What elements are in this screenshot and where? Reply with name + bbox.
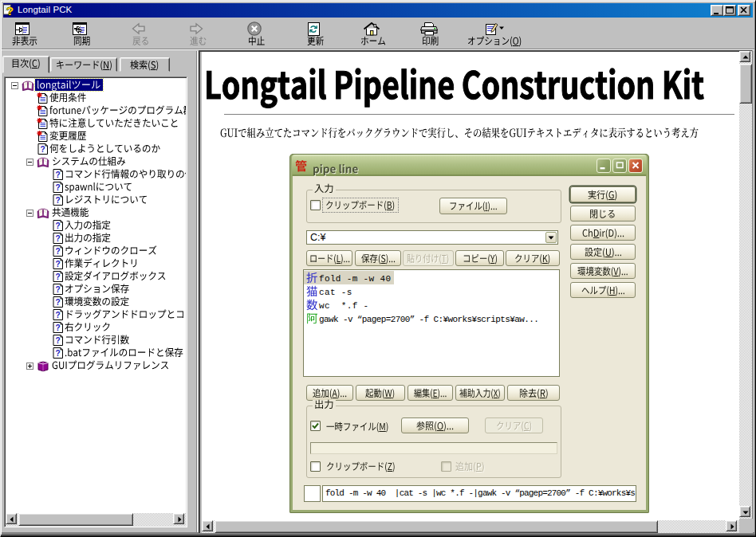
svg-text:?: ? (55, 336, 60, 345)
svg-text:?: ? (6, 4, 14, 18)
svg-text:?: ? (55, 272, 60, 281)
svg-text:?: ? (55, 349, 60, 358)
svg-text:?: ? (55, 298, 60, 307)
svg-text:?: ? (55, 234, 60, 243)
svg-text:?: ? (55, 323, 60, 332)
svg-text:?: ? (55, 311, 60, 319)
svg-text:?: ? (55, 285, 60, 294)
svg-text:?: ? (55, 260, 60, 268)
svg-text:?: ? (55, 196, 60, 205)
svg-text:?: ? (55, 247, 60, 256)
svg-text:?: ? (40, 145, 45, 154)
svg-text:?: ? (55, 183, 60, 192)
svg-text:?: ? (55, 221, 60, 230)
svg-text:?: ? (55, 171, 60, 179)
